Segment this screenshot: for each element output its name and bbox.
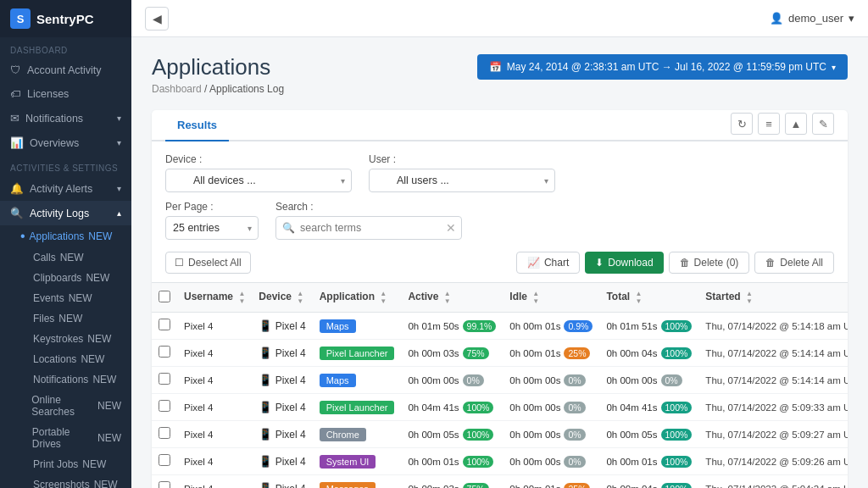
device-col-header[interactable]: Device ▲▼ (252, 283, 312, 313)
application-cell: System UI (313, 448, 402, 475)
active-pct-badge: 100% (463, 456, 494, 468)
row-checkbox[interactable] (159, 481, 170, 488)
user-select-wrapper: 👤 All users ... ▾ (369, 169, 555, 192)
total-col-header[interactable]: Total ▲▼ (599, 283, 698, 313)
device-icon: 📱 (259, 374, 272, 386)
chevron-down-icon: ▾ (117, 114, 121, 123)
device-select[interactable]: All devices ... (165, 169, 352, 192)
delete-button[interactable]: 🗑 Delete (0) (669, 252, 750, 274)
sidebar-item-activity-logs[interactable]: 🔍 Activity Logs ▴ (0, 201, 131, 225)
user-menu[interactable]: 👤 demo_user ▾ (770, 12, 854, 25)
bell-icon: 🔔 (10, 182, 24, 195)
row-checkbox[interactable] (159, 373, 170, 385)
row-checkbox[interactable] (159, 346, 170, 358)
device-icon: 📱 (259, 319, 272, 332)
application-col-header[interactable]: Application ▲▼ (313, 283, 402, 313)
per-page-select-wrapper: 25 entries ▾ (165, 216, 259, 240)
clear-search-button[interactable]: ✕ (446, 221, 456, 235)
deselect-all-button[interactable]: ☐ Deselect All (165, 252, 251, 274)
row-checkbox[interactable] (159, 454, 170, 466)
sidebar-sub-item-locations[interactable]: Locations NEW (0, 349, 131, 369)
sub-item-label: Events (33, 292, 64, 304)
results-card: Results ↻ ≡ ▲ ✎ Device : 🖥 (152, 110, 848, 488)
device-name: Pixel 4 (275, 456, 306, 468)
username-cell: Pixel 4 (177, 421, 252, 448)
sidebar-toggle-button[interactable]: ◀ (145, 7, 169, 30)
per-page-filter-group: Per Page : 25 entries ▾ (165, 201, 259, 240)
sidebar-sub-item-notifications[interactable]: Notifications NEW (0, 369, 131, 390)
sidebar-sub-item-clipboards[interactable]: Clipboards NEW (0, 268, 131, 288)
sidebar-sub-item-files[interactable]: Files NEW (0, 308, 131, 329)
device-cell: 📱 Pixel 4 (252, 421, 312, 448)
sidebar-item-account-activity[interactable]: 🛡 Account Activity (0, 58, 131, 82)
idle-pct-badge: 0% (564, 402, 585, 413)
sub-item-label: Portable Drives (32, 426, 93, 450)
sidebar-item-overviews[interactable]: 📊 Overviews ▾ (0, 130, 131, 155)
table-row: Pixel 4 📱 Pixel 4 Pixel Launcher 0h 04m … (152, 394, 848, 421)
sidebar-sub-item-calls[interactable]: Calls NEW (0, 247, 131, 268)
sidebar-sub-item-events[interactable]: Events NEW (0, 288, 131, 308)
sidebar-item-label: Activity Alerts (30, 183, 92, 195)
per-page-select[interactable]: 25 entries (165, 216, 259, 240)
idle-pct-badge: 0% (564, 429, 585, 441)
sidebar-sub-item-screenshots[interactable]: Screenshots NEW (0, 474, 131, 488)
collapse-button[interactable]: ▲ (785, 113, 807, 135)
tab-results[interactable]: Results (165, 110, 229, 141)
new-badge: NEW (69, 292, 92, 304)
user-select[interactable]: All users ... (369, 169, 555, 192)
device-name: Pixel 4 (275, 347, 306, 359)
device-icon: 📱 (259, 428, 272, 441)
total-cell: 0h 00m 04s 100% (599, 475, 698, 489)
idle-cell: 0h 00m 01s 0.9% (503, 313, 599, 340)
active-cell: 0h 00m 00s 0% (401, 367, 503, 394)
new-badge: NEW (60, 252, 84, 263)
sidebar-sub-item-online-searches[interactable]: Online Searches NEW (0, 390, 131, 422)
sidebar-sub-item-keystrokes[interactable]: Keystrokes NEW (0, 329, 131, 349)
active-col-header[interactable]: Active ▲▼ (401, 283, 503, 313)
started-col-header[interactable]: Started ▲▼ (698, 283, 848, 313)
sidebar-item-licenses[interactable]: 🏷 Licenses (0, 82, 131, 106)
idle-col-header[interactable]: Idle ▲▼ (503, 283, 599, 313)
idle-pct-badge: 0% (564, 456, 585, 468)
sidebar-sub-item-applications[interactable]: • Applications NEW (0, 225, 131, 247)
search-input[interactable] (275, 216, 462, 240)
row-checkbox[interactable] (159, 427, 170, 439)
sidebar-sub-item-portable-drives[interactable]: Portable Drives NEW (0, 422, 131, 454)
sidebar: S SentryPC DASHBOARD 🛡 Account Activity … (0, 0, 131, 488)
username-col-header[interactable]: Username ▲▼ (177, 283, 252, 313)
application-cell: Pixel Launcher (313, 340, 402, 367)
search-filter-group: Search : 🔍 ✕ (275, 201, 462, 240)
refresh-button[interactable]: ↻ (731, 113, 753, 135)
row-checkbox[interactable] (159, 400, 170, 412)
row-checkbox[interactable] (159, 319, 170, 330)
delete-all-button[interactable]: 🗑 Delete All (754, 252, 834, 274)
application-badge: Messages (320, 482, 376, 489)
calendar-icon: 📅 (489, 61, 502, 73)
select-all-checkbox[interactable] (159, 291, 170, 302)
total-cell: 0h 04m 41s 100% (599, 394, 698, 421)
breadcrumb-home-link[interactable]: Dashboard (152, 83, 202, 95)
sidebar-item-notifications[interactable]: ✉ Notifications ▾ (0, 106, 131, 130)
sidebar-item-activity-alerts[interactable]: 🔔 Activity Alerts ▾ (0, 176, 131, 201)
sub-item-label: Calls (33, 252, 56, 263)
sort-icon: ▲▼ (444, 290, 451, 305)
active-pct-badge: 75% (463, 347, 489, 359)
sort-icon: ▲▼ (746, 290, 753, 305)
sidebar-sub-item-print-jobs[interactable]: Print Jobs NEW (0, 454, 131, 474)
search-input-wrapper: 🔍 ✕ (275, 216, 462, 240)
chart-button[interactable]: 📈 Chart (516, 252, 580, 274)
total-pct-badge: 100% (661, 429, 693, 441)
date-range-button[interactable]: 📅 May 24, 2014 @ 2:38:31 am UTC → Jul 16… (477, 54, 848, 80)
settings-button[interactable]: ✎ (812, 113, 834, 135)
sub-item-label: Online Searches (31, 394, 93, 418)
total-pct-badge: 100% (661, 456, 693, 468)
device-cell: 📱 Pixel 4 (252, 475, 312, 489)
username-cell: Pixel 4 (177, 448, 252, 475)
page-content: Applications Dashboard / Applications Lo… (131, 37, 868, 488)
section-label-dashboard: DASHBOARD (0, 37, 131, 58)
list-view-button[interactable]: ≡ (758, 113, 780, 135)
table-row: Pixel 4 📱 Pixel 4 Messages 0h 00m 03s 75… (152, 475, 848, 489)
download-button[interactable]: ⬇ Download (585, 252, 663, 274)
started-cell: Thu, 07/14/2022 @ 5:09:33 am UTC (698, 394, 848, 421)
sort-icon: ▲▼ (636, 290, 643, 305)
